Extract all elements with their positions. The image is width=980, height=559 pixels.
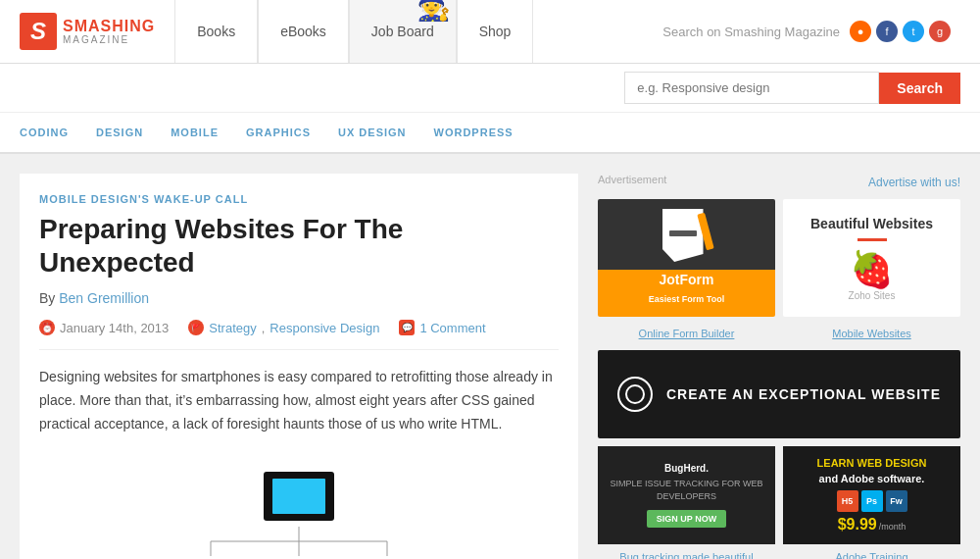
- search-input[interactable]: [624, 72, 879, 104]
- logo-s-icon: S: [20, 13, 57, 50]
- wizard-icon: 🧙: [416, 0, 451, 23]
- bugherd-sub: SIMPLE ISSUE TRACKING FOR WEB DEVELOPERS: [608, 478, 765, 502]
- nav-ebooks[interactable]: eBooks: [258, 0, 349, 63]
- header-search-area: Search on Smashing Magazine ● f t g: [662, 21, 960, 42]
- advertise-link[interactable]: Advertise with us!: [868, 176, 960, 189]
- subnav-design[interactable]: DESIGN: [96, 127, 143, 138]
- diag-row-top: [264, 472, 334, 521]
- main-nav: Books eBooks Job Board 🧙 Shop: [174, 0, 533, 63]
- jotform-link[interactable]: Online Form Builder: [598, 325, 775, 342]
- squarespace-logo: [617, 377, 653, 412]
- zoho-ad[interactable]: Beautiful Websites 🍓 Zoho Sites: [783, 199, 960, 317]
- html5-icon: H5: [837, 490, 858, 512]
- zoho-title: Beautiful Websites: [810, 215, 933, 232]
- search-button[interactable]: Search: [879, 73, 960, 104]
- flag-icon: 🚩: [188, 320, 204, 335]
- zoho-link[interactable]: Mobile Websites: [783, 325, 960, 342]
- meta-tags: 🚩 Strategy, Responsive Design: [188, 320, 379, 335]
- bugherd-title: BugHerd.: [664, 463, 709, 474]
- adobe-price-area: $9.99 /month: [838, 516, 906, 534]
- search-bar: Search: [0, 64, 980, 113]
- social-icons: ● f t g: [850, 21, 951, 42]
- author-link[interactable]: Ben Gremillion: [59, 290, 149, 306]
- nav-shop[interactable]: Shop: [457, 0, 534, 63]
- adobe-link[interactable]: Adobe Training: [783, 548, 960, 559]
- adobe-price: $9.99: [838, 516, 877, 534]
- jotform-logo: [662, 209, 711, 268]
- subnav-graphics[interactable]: GRAPHICS: [246, 127, 311, 138]
- diag-connector-top: [152, 527, 446, 556]
- subnav-ux-design[interactable]: UX DESIGN: [338, 127, 407, 138]
- header: S SMASHING MAGAZINE Books eBooks Job Boa…: [0, 0, 980, 64]
- sub-nav: CODING DESIGN MOBILE GRAPHICS UX DESIGN …: [0, 113, 980, 154]
- article: MOBILE DESIGN'S WAKE-UP CALL Preparing W…: [20, 174, 578, 559]
- strawberry-icon: 🍓: [850, 249, 894, 290]
- ad-links-row: Online Form Builder Mobile Websites: [598, 325, 960, 342]
- device-diagram: [39, 456, 559, 559]
- subnav-mobile[interactable]: MOBILE: [171, 127, 219, 138]
- jotform-inner: JotForm: [660, 209, 714, 287]
- article-category: MOBILE DESIGN'S WAKE-UP CALL: [39, 193, 559, 205]
- bottom-ad-links: Bug tracking made beautiful Adobe Traini…: [598, 548, 960, 559]
- photoshop-icon: Ps: [861, 490, 883, 512]
- adobe-ad[interactable]: LEARN WEB DESIGN and Adobe software. H5 …: [783, 446, 960, 544]
- article-author: By Ben Gremillion: [39, 290, 559, 306]
- bugherd-signup-button[interactable]: SIGN UP NOW: [647, 510, 726, 528]
- squarespace-logo-inner: [625, 384, 645, 404]
- twitter-icon[interactable]: t: [903, 21, 924, 42]
- top-ads-row: JotForm Easiest Form Tool Beautiful Webs…: [598, 199, 960, 317]
- jotform-ad[interactable]: JotForm Easiest Form Tool: [598, 199, 775, 317]
- article-title: Preparing Websites For The Unexpected: [39, 213, 559, 279]
- sidebar: Advertisement Advertise with us! JotForm…: [598, 174, 960, 559]
- rss-icon[interactable]: ●: [850, 21, 871, 42]
- comment-icon: 💬: [399, 320, 415, 335]
- meta-comments: 💬 1 Comment: [399, 320, 485, 335]
- subnav-wordpress[interactable]: WORDPRESS: [434, 127, 514, 138]
- jotform-tagline: Easiest Form Tool: [608, 291, 765, 307]
- subnav-coding[interactable]: CODING: [20, 127, 69, 138]
- content-area: MOBILE DESIGN'S WAKE-UP CALL Preparing W…: [0, 154, 980, 559]
- adobe-title-white: and Adobe software.: [819, 473, 925, 484]
- jotform-name: JotForm: [660, 272, 714, 287]
- adobe-icons: H5 Ps Fw: [837, 490, 907, 512]
- clock-icon: ⏰: [39, 320, 55, 335]
- article-body: Designing websites for smartphones is ea…: [39, 366, 559, 435]
- ad-header: Advertisement Advertise with us!: [598, 174, 960, 191]
- comments-link[interactable]: 1 Comment: [419, 321, 485, 335]
- ad-label: Advertisement: [598, 174, 666, 185]
- googleplus-icon[interactable]: g: [929, 21, 951, 42]
- article-meta: ⏰ January 14th, 2013 🚩 Strategy, Respons…: [39, 320, 559, 350]
- squarespace-text: CREATE AN EXCEPTIONAL WEBSITE: [666, 386, 941, 402]
- squarespace-ad[interactable]: CREATE AN EXCEPTIONAL WEBSITE: [598, 350, 960, 438]
- zoho-brand: Zoho Sites: [849, 290, 896, 301]
- screen-large: [264, 472, 334, 521]
- adobe-title-yellow: LEARN WEB DESIGN: [817, 457, 927, 469]
- bottom-ads-row: BugHerd. SIMPLE ISSUE TRACKING FOR WEB D…: [598, 446, 960, 544]
- search-label: Search on Smashing Magazine: [662, 25, 840, 39]
- meta-date: ⏰ January 14th, 2013: [39, 320, 169, 335]
- bugherd-ad[interactable]: BugHerd. SIMPLE ISSUE TRACKING FOR WEB D…: [598, 446, 775, 544]
- logo-text: SMASHING MAGAZINE: [63, 18, 155, 46]
- nav-jobboard[interactable]: Job Board 🧙: [349, 0, 457, 63]
- fireworks-icon: Fw: [886, 490, 907, 512]
- tag-strategy[interactable]: Strategy: [209, 321, 256, 335]
- adobe-per-month: /month: [879, 522, 906, 532]
- zoho-divider: [858, 238, 887, 241]
- tag-responsive[interactable]: Responsive Design: [270, 321, 379, 335]
- logo[interactable]: S SMASHING MAGAZINE: [20, 13, 155, 50]
- bugherd-link[interactable]: Bug tracking made beautiful: [598, 548, 775, 559]
- nav-books[interactable]: Books: [174, 0, 258, 63]
- facebook-icon[interactable]: f: [876, 21, 898, 42]
